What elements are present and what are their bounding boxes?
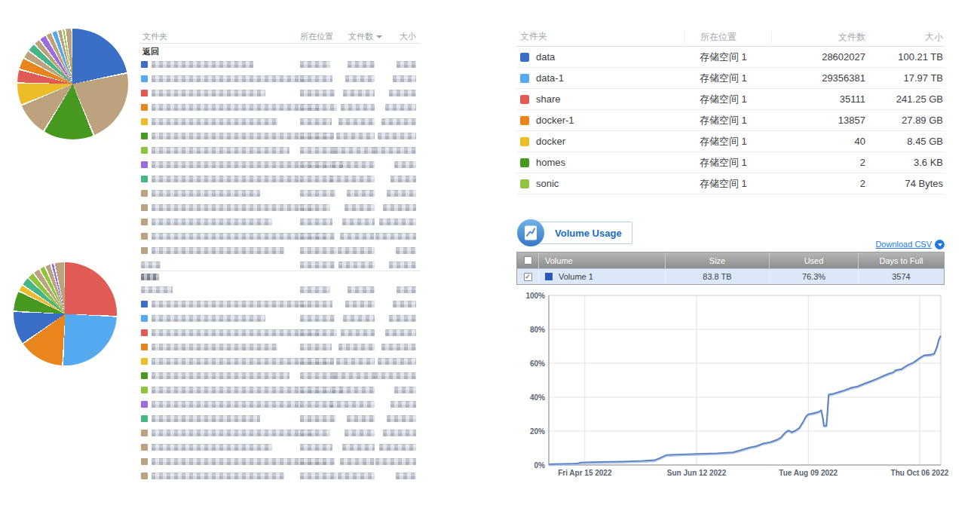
storage-analyzer-report: 文件夹 所在位置 文件数 大小 返回 文件夹 所在位置 文件数 大小 data存…: [0, 0, 980, 517]
shared-folder-row[interactable]: docker存储空间 1408.45 GB: [516, 131, 945, 152]
folder-row-redacted[interactable]: [139, 229, 421, 243]
folder-row-redacted[interactable]: [139, 200, 421, 215]
folder-size: 8.45 GB: [865, 136, 945, 147]
folder-filecount: 40: [771, 136, 865, 147]
redacted-text: [152, 190, 260, 197]
folder-row-redacted[interactable]: [139, 326, 421, 340]
redacted-text: [329, 176, 375, 182]
redacted-text: [152, 301, 307, 307]
x-axis-tick-label: Fri Apr 15 2022: [558, 469, 612, 477]
redacted-text: [381, 118, 416, 125]
folder-color-swatch: [141, 90, 148, 96]
folder-color-swatch: [520, 179, 529, 188]
redacted-text: [152, 430, 314, 436]
folder-location: 存储空间 1: [684, 50, 771, 64]
folder-row-redacted[interactable]: [139, 383, 421, 397]
column-header-folder[interactable]: 文件夹: [142, 31, 167, 42]
folder-color-swatch: [141, 358, 148, 365]
folder-row-redacted[interactable]: [139, 57, 421, 72]
folder-row-redacted[interactable]: [139, 186, 421, 200]
folder-color-swatch: [141, 133, 148, 139]
redacted-text: [340, 458, 375, 465]
redacted-text: [338, 118, 375, 125]
folder-row-redacted[interactable]: [139, 369, 421, 383]
folder-row-redacted[interactable]: [139, 143, 421, 158]
column-header-size[interactable]: 大小: [400, 31, 416, 42]
volume-checkbox[interactable]: ✓: [524, 273, 532, 281]
volume-row[interactable]: ✓ Volume 1 83.8 TB 76.3% 3574: [517, 268, 944, 284]
folder-row-redacted[interactable]: [139, 411, 421, 426]
folder-size: 241.25 GB: [865, 93, 945, 105]
y-axis-tick-label: 0%: [534, 461, 546, 470]
folder-color-swatch: [141, 344, 148, 350]
folder-row-redacted[interactable]: [139, 100, 421, 115]
redacted-text: [152, 315, 265, 322]
folder-size: 74 Bytes: [865, 178, 945, 189]
redacted-text: [300, 401, 333, 408]
shared-folder-row[interactable]: sonic存储空间 1274 Bytes: [516, 173, 945, 194]
folder-row-redacted[interactable]: [139, 426, 421, 440]
column-header-filecount: 文件数: [771, 31, 865, 43]
y-axis-tick-label: 60%: [530, 359, 545, 368]
shared-folder-row[interactable]: data-1存储空间 12935638117.97 TB: [516, 68, 945, 89]
redacted-text: [300, 147, 336, 154]
sort-desc-icon: [376, 35, 382, 38]
folder-color-swatch: [141, 204, 148, 211]
redacted-text: [347, 415, 375, 422]
folder-row-redacted[interactable]: [139, 454, 421, 469]
shared-folder-row[interactable]: homes存储空间 123.6 KB: [516, 152, 945, 173]
folder-filecount: 28602027: [771, 51, 865, 63]
redacted-text: [345, 430, 375, 436]
back-link[interactable]: 返回: [139, 44, 421, 57]
folder-row-redacted[interactable]: [139, 297, 421, 311]
redacted-text: [343, 315, 375, 322]
redacted-text: [152, 473, 284, 479]
folder-row-redacted[interactable]: [139, 115, 421, 129]
redacted-text: [152, 329, 319, 336]
folder-name-cell: docker: [516, 136, 684, 147]
folder-name: homes: [536, 157, 565, 168]
redacted-text: [379, 219, 416, 225]
column-header-filecount[interactable]: 文件数: [348, 31, 375, 42]
folder-row-redacted[interactable]: [139, 86, 421, 100]
folder-row-redacted[interactable]: [139, 469, 421, 483]
shared-folder-row[interactable]: share存储空间 135111241.25 GB: [516, 89, 945, 110]
redacted-text: [378, 358, 416, 365]
pie-chart-bottom: [14, 262, 117, 366]
folder-row-redacted[interactable]: [139, 397, 421, 411]
folder-row-redacted[interactable]: [139, 215, 421, 229]
folder-row-redacted[interactable]: [139, 129, 421, 143]
folder-row-redacted[interactable]: [139, 283, 421, 297]
select-all-checkbox[interactable]: [524, 256, 532, 265]
folder-size: 17.97 TB: [865, 72, 945, 84]
redacted-text: [152, 444, 272, 451]
column-header-location[interactable]: 所在位置: [300, 31, 333, 42]
back-link-redacted[interactable]: [139, 271, 421, 283]
redacted-text: [341, 329, 375, 336]
folder-row-redacted[interactable]: [139, 440, 421, 454]
redacted-text: [396, 247, 416, 254]
folder-color-swatch: [141, 372, 148, 379]
redacted-text: [338, 344, 375, 350]
redacted-text: [152, 415, 260, 422]
volume-usage-line-chart: 0%20%40%60%80%100%Fri Apr 15 2022Sun Jun…: [519, 291, 954, 488]
shared-folder-row[interactable]: docker-1存储空间 11385727.89 GB: [516, 110, 945, 131]
download-icon[interactable]: [935, 240, 945, 249]
redacted-text: [300, 358, 334, 365]
plot-area: [549, 295, 941, 465]
redacted-text: [152, 147, 289, 154]
folder-row-redacted[interactable]: [139, 158, 421, 172]
redacted-text: [300, 176, 333, 182]
folder-row-redacted[interactable]: [139, 72, 421, 86]
folder-row-redacted[interactable]: [139, 311, 421, 326]
folder-row-redacted[interactable]: [139, 172, 421, 186]
redacted-text: [152, 372, 289, 379]
redacted-text: [300, 372, 336, 379]
folder-row-redacted[interactable]: [139, 340, 421, 354]
download-csv-link[interactable]: Download CSV: [875, 240, 932, 249]
redacted-text: [340, 233, 375, 240]
folder-row-redacted[interactable]: [139, 354, 421, 369]
shared-folder-row[interactable]: data存储空间 128602027100.21 TB: [516, 47, 945, 68]
folder-row-redacted[interactable]: [139, 243, 421, 258]
folder-color-swatch: [141, 147, 148, 154]
